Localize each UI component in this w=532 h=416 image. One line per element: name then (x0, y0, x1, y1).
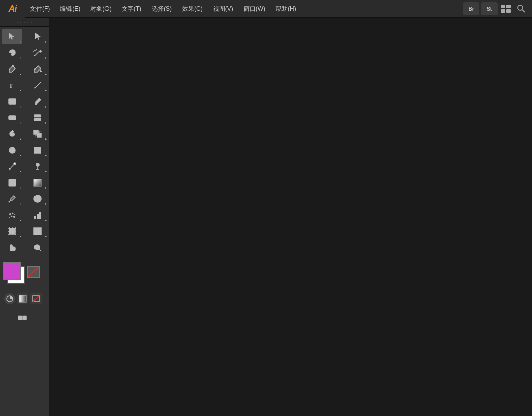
rotate-tool[interactable]: ▸ (2, 126, 22, 142)
tool-row-2: ▸ ▸ (2, 61, 48, 77)
svg-point-53 (11, 216, 12, 217)
change-screen-mode-button[interactable] (2, 310, 43, 325)
svg-rect-85 (22, 316, 26, 320)
magic-wand-tool[interactable]: ▸ (27, 45, 48, 60)
svg-marker-6 (9, 33, 14, 40)
stock-button[interactable]: St (481, 2, 498, 15)
bottom-tools (2, 310, 48, 326)
eyedropper-tool[interactable]: ▸ (2, 191, 22, 206)
svg-rect-2 (501, 9, 505, 13)
svg-rect-58 (39, 212, 41, 219)
mesh-tool[interactable]: ▸ (2, 175, 22, 190)
svg-rect-57 (37, 214, 39, 219)
paintbrush-tool[interactable]: ▸ (27, 94, 48, 109)
svg-point-54 (9, 217, 10, 218)
app-logo: Ai (0, 0, 25, 18)
svg-point-45 (37, 198, 39, 200)
hand-tool[interactable] (2, 240, 22, 255)
fill-color-box[interactable] (3, 262, 21, 280)
svg-rect-18 (9, 99, 16, 104)
menu-view[interactable]: 视图(V) (208, 0, 238, 17)
tool-row-12: ▸ ▸ (2, 224, 48, 239)
svg-rect-81 (19, 295, 26, 302)
svg-point-51 (12, 213, 13, 214)
svg-line-8 (34, 52, 39, 56)
tool-row-4: ▸ ▸ (2, 94, 48, 109)
canvas-area[interactable] (49, 18, 532, 416)
svg-point-13 (12, 65, 14, 67)
tool-row-1: ▸ ▸ (2, 45, 48, 60)
svg-point-19 (35, 103, 37, 105)
color-boxes (3, 262, 44, 291)
svg-line-11 (36, 49, 37, 50)
svg-rect-3 (506, 9, 511, 13)
tool-row-0: ▸ ▸ (2, 29, 48, 44)
pin-tool[interactable]: ▸ (27, 159, 48, 174)
tool-row-9: ▸ ▸ (2, 175, 48, 190)
line-tool[interactable]: ▸ (27, 78, 48, 93)
scissors-tool[interactable]: ▸ (27, 110, 48, 125)
svg-rect-56 (34, 216, 36, 219)
svg-point-29 (11, 150, 13, 151)
gradient-mode-button[interactable] (17, 293, 28, 304)
pen-tool[interactable]: ▸ (2, 61, 22, 77)
blend-tool[interactable]: ▸ (2, 159, 22, 174)
tool-row-3: T ▸ ▸ (2, 78, 48, 93)
slice-tool[interactable]: ▸ (27, 224, 48, 239)
gradient-tool[interactable]: ▸ (27, 175, 48, 190)
type-tool[interactable]: T ▸ (2, 78, 22, 93)
tool-row-10: ▸ ▸ (2, 191, 48, 206)
svg-marker-24 (12, 130, 14, 132)
color-mode-button[interactable] (4, 293, 15, 304)
zoom-tool[interactable] (27, 240, 48, 255)
color-mode-row (3, 293, 42, 304)
bar-graph-tool[interactable]: ▸ (27, 207, 48, 223)
tool-row-5: ▸ ▸ (2, 110, 48, 125)
color-section (2, 262, 48, 304)
warp-tool[interactable]: ▸ (2, 143, 22, 158)
selection-tool[interactable]: ▸ (2, 29, 22, 44)
artboard-tool[interactable]: ▸ (2, 224, 22, 239)
svg-line-77 (39, 249, 41, 251)
svg-rect-41 (34, 179, 41, 186)
menu-help[interactable]: 帮助(H) (270, 0, 301, 17)
menu-select[interactable]: 选择(S) (147, 0, 177, 17)
app-logo-text: Ai (9, 4, 17, 14)
svg-rect-84 (18, 316, 22, 320)
menu-text[interactable]: 文字(T) (117, 0, 147, 17)
svg-rect-0 (501, 5, 505, 8)
scale-transform-tool[interactable]: ▸ (27, 126, 48, 142)
search-icon[interactable] (515, 2, 528, 15)
symbol-sprayer-tool[interactable]: ▸ (2, 207, 22, 223)
rectangle-tool[interactable]: ▸ (2, 94, 22, 109)
svg-point-50 (9, 213, 11, 215)
menu-items: 文件(F) 编辑(E) 对象(O) 文字(T) 选择(S) 效果(C) 视图(V… (25, 0, 463, 17)
lasso-tool[interactable]: ▸ (2, 45, 22, 60)
measure-tool[interactable]: ▸ (27, 191, 48, 206)
tool-row-13 (2, 240, 48, 255)
no-fill-box[interactable] (27, 266, 40, 278)
separator-1 (3, 258, 47, 258)
svg-marker-9 (39, 50, 42, 53)
bridge-button[interactable]: Br (463, 2, 479, 15)
direct-selection-tool[interactable]: ▸ (27, 29, 48, 44)
left-toolbar: ▸ ▸ ▸ ▸ (0, 27, 49, 416)
free-transform-tool[interactable]: ▸ (27, 143, 48, 158)
menu-effect[interactable]: 效果(C) (177, 0, 208, 17)
workspace-switcher-icon[interactable] (500, 2, 513, 15)
menu-edit[interactable]: 编辑(E) (55, 0, 85, 17)
none-mode-button[interactable] (30, 293, 42, 304)
svg-point-52 (14, 214, 15, 215)
tool-row-8: ▸ ▸ (2, 159, 48, 174)
add-anchor-tool[interactable]: ▸ (27, 61, 48, 77)
menu-window[interactable]: 窗口(W) (238, 0, 270, 17)
svg-text:T: T (9, 82, 13, 89)
menu-file[interactable]: 文件(F) (25, 0, 55, 17)
toolbar-drag-handle: · · · · · (17, 20, 33, 25)
menu-object[interactable]: 对象(O) (85, 0, 116, 17)
bottom-tool-row (2, 310, 48, 325)
svg-point-4 (518, 5, 523, 10)
menu-bar: Ai 文件(F) 编辑(E) 对象(O) 文字(T) 选择(S) 效果(C) 视… (0, 0, 532, 18)
svg-point-35 (36, 163, 39, 166)
eraser-tool[interactable]: ▸ (2, 110, 22, 125)
